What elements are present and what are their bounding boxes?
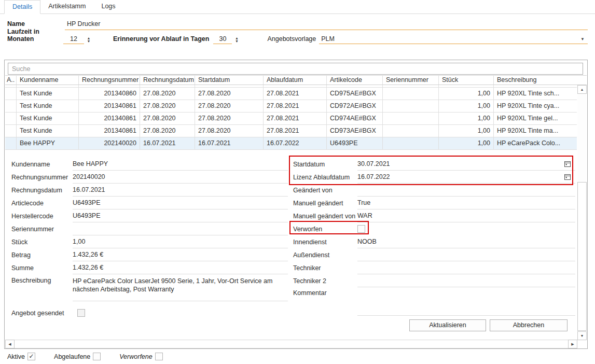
table-cell: 1,00 [439, 113, 494, 124]
horizontal-scrollbar-track[interactable] [5, 340, 577, 348]
kommentar-field[interactable] [357, 287, 575, 316]
name-input[interactable]: HP Drucker [65, 19, 588, 30]
manuell-geaendert-von-field[interactable]: WAR [357, 209, 575, 222]
summe-field[interactable]: 1.432,26 € [73, 261, 288, 274]
kundenname-field[interactable]: Bee HAPPY [73, 158, 288, 171]
startdatum-label: Startdatum [293, 161, 357, 168]
laufzeit-label: Laufzeit in Monaten [7, 28, 63, 44]
vertical-scrollbar[interactable]: ▲ ▼ [577, 85, 587, 340]
startdatum-value[interactable]: 30.07.2021 [357, 160, 390, 167]
abgelaufene-checkbox[interactable] [93, 353, 101, 360]
table-row-selected[interactable]: Bee HAPPY 202140020 16.07.2021 16.07.202… [5, 137, 577, 150]
table-cell [5, 88, 17, 100]
manuell-geaendert-von-label: Manuell geändert von [293, 213, 357, 220]
horizontal-scrollbar[interactable]: ◀ ▶ [5, 340, 577, 348]
table-cell: HP eCarePack Colo... [494, 137, 577, 149]
vertical-scrollbar-thumb[interactable] [577, 182, 587, 331]
table-cell [5, 100, 17, 112]
lizenz-ablaufdatum-value[interactable]: 16.07.2022 [357, 173, 390, 180]
manuell-geaendert-label: Manuell geändert [293, 200, 357, 207]
table-cell: 27.08.2021 [264, 125, 327, 137]
lizenz-ablaufdatum-label: Lizenz Ablaufdatum [293, 174, 357, 181]
column-header-rechnungsnummer[interactable]: Rechnungsnummer [79, 76, 140, 85]
scroll-down-icon[interactable]: ▼ [577, 331, 587, 340]
aussendienst-field[interactable] [357, 248, 575, 261]
techniker-field[interactable] [357, 261, 575, 274]
laufzeit-input[interactable]: 12 [63, 35, 84, 44]
geaendert-von-field[interactable] [357, 184, 575, 197]
rechnungsnummer-field[interactable]: 202140020 [73, 171, 288, 184]
aktualisieren-button[interactable]: Aktualisieren [409, 319, 486, 331]
tab-details[interactable]: Details [4, 0, 40, 14]
articlecode-field[interactable]: U6493PE [73, 197, 288, 209]
search-input[interactable] [8, 63, 583, 75]
column-header-kundenname[interactable]: Kundenname [17, 76, 79, 85]
spinner-down-icon[interactable]: ▼ [85, 40, 92, 43]
scroll-up-icon[interactable]: ▲ [577, 85, 587, 94]
table-cell: 27.08.2020 [195, 113, 264, 124]
filter-aktive: Aktive [7, 353, 35, 360]
table-cell [5, 125, 17, 137]
table-cell: 27.08.2021 [264, 88, 327, 100]
column-header-rechnungsdatum[interactable]: Rechnungsdatum [140, 76, 195, 85]
betrag-field[interactable]: 1.432,26 € [73, 248, 288, 261]
name-field-row: Name HP Drucker [7, 19, 588, 30]
table-cell: 201340860 [79, 88, 140, 100]
chevron-down-icon[interactable]: ▼ [580, 37, 586, 43]
techniker2-label: Techniker 2 [293, 277, 357, 285]
detail-form-right: Startdatum 30.07.2021 Lizenz Ablaufdatum… [293, 158, 575, 316]
abbrechen-button[interactable]: Abbrechen [490, 319, 568, 331]
column-header-startdatum[interactable]: Startdatum [195, 76, 264, 85]
rechnungsdatum-field[interactable]: 16.07.2021 [73, 184, 288, 197]
angebotsvorlage-select[interactable]: PLM ▼ [319, 35, 588, 44]
angebotsvorlage-label: Angebotsvorlage [267, 35, 316, 44]
table-body: Test Kunde 201340860 27.08.2020 27.08.20… [5, 85, 577, 150]
verworfen-checkbox[interactable] [357, 225, 365, 233]
table-row[interactable]: Test Kunde 201340861 27.08.2020 27.08.20… [5, 125, 577, 137]
table-cell: U6493PE [327, 137, 383, 149]
angebot-gesendet-label: Angebot gesendet [11, 310, 77, 317]
table-cell: 16.07.2021 [195, 137, 264, 149]
table-cell: HP 920XL Tinte gel... [494, 113, 577, 124]
verworfene-checkbox[interactable] [155, 353, 163, 360]
column-header-artikelcode[interactable]: Artikelcode [327, 76, 383, 85]
techniker-label: Techniker [293, 264, 357, 272]
tab-artikelstamm[interactable]: Artikelstamm [40, 0, 93, 13]
aktive-checkbox[interactable] [27, 353, 35, 360]
erinnerung-input[interactable]: 30 [213, 35, 232, 44]
laufzeit-stepper[interactable]: ▲ ▼ [85, 37, 92, 43]
angebot-gesendet-checkbox[interactable] [77, 309, 85, 317]
calendar-icon[interactable] [564, 160, 571, 167]
table-cell: Test Kunde [17, 125, 79, 137]
table-cell: HP 920XL Tinte ma... [494, 125, 577, 137]
column-header-seriennummer[interactable]: Seriennummer [383, 76, 439, 85]
seriennummer-field[interactable] [73, 222, 288, 235]
techniker2-field[interactable] [357, 274, 575, 287]
table-cell: HP 920XL Tinte sch... [494, 88, 577, 100]
table-row[interactable]: Test Kunde 201340861 27.08.2020 27.08.20… [5, 113, 577, 125]
column-header-beschreibung[interactable]: Beschreibung [494, 76, 577, 85]
footer-filters: Aktive Abgelaufene Verworfene [7, 353, 182, 360]
table-cell [383, 100, 439, 112]
stueck-field[interactable]: 1,00 [73, 235, 288, 248]
column-header-aktiv[interactable]: A.. [5, 76, 17, 85]
scroll-left-icon[interactable]: ◀ [5, 340, 15, 348]
table-cell: 27.08.2020 [140, 100, 195, 112]
aktive-label: Aktive [7, 353, 25, 360]
spinner-down-icon[interactable]: ▼ [233, 40, 240, 43]
herstellercode-field[interactable]: U6493PE [73, 209, 288, 222]
column-header-ablaufdatum[interactable]: Ablaufdatum [264, 76, 327, 85]
table-cell: HP 920XL Tinte cya... [494, 100, 577, 112]
erinnerung-stepper[interactable]: ▲ ▼ [233, 37, 240, 43]
beschreibung-field[interactable]: HP eCarePack Color LaserJet 9500 Serie, … [73, 274, 288, 301]
table-row[interactable]: Test Kunde 201340861 27.08.2020 27.08.20… [5, 100, 577, 113]
column-header-stueck[interactable]: Stück [439, 76, 494, 85]
table-row[interactable]: Test Kunde 201340860 27.08.2020 27.08.20… [5, 88, 577, 100]
innendienst-field[interactable]: NOOB [357, 235, 575, 248]
manuell-geaendert-field[interactable]: True [357, 197, 575, 209]
tab-bar: Details Artikelstamm Logs [0, 0, 595, 14]
tab-logs[interactable]: Logs [93, 0, 123, 13]
calendar-icon[interactable] [564, 173, 571, 180]
scroll-right-icon[interactable]: ▶ [568, 340, 577, 348]
table-cell: 201340861 [79, 125, 140, 137]
